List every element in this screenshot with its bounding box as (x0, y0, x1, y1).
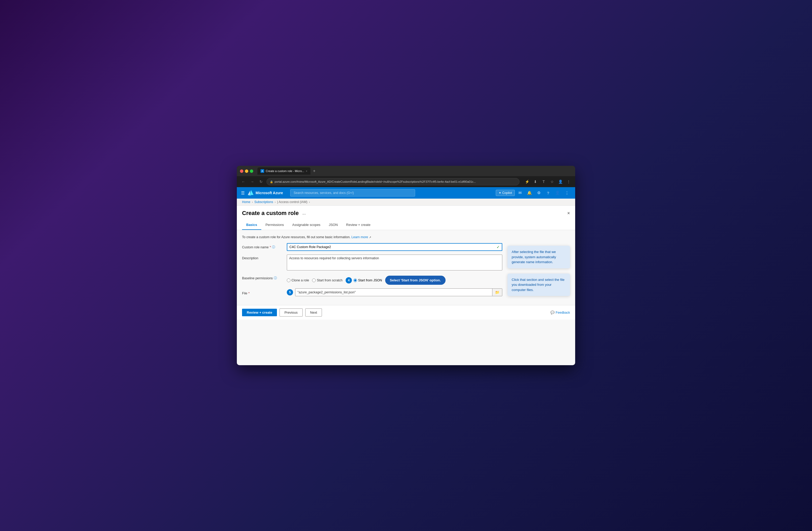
refresh-button[interactable]: ↻ (258, 178, 264, 185)
azure-topnav: ☰ Microsoft Azure ✦ Copilot ✉ 🔔 ⚙ ? 👤 ⋮ (237, 187, 575, 199)
maximize-traffic-light[interactable] (250, 170, 253, 173)
browser-titlebar: A Create a custom role - Micro... × + (237, 166, 575, 176)
external-link-icon: ↗ (369, 236, 371, 239)
browser-more-button[interactable]: ⋮ (565, 178, 572, 185)
page-title: Create a custom role (242, 210, 299, 217)
help-icon-button[interactable]: ? (544, 189, 552, 197)
panel-more-button[interactable]: ... (301, 210, 307, 216)
input-check-icon: ✓ (496, 245, 500, 249)
translate-button[interactable]: T (540, 178, 547, 185)
back-button[interactable]: ← (240, 178, 247, 185)
extensions-button[interactable]: ⚡ (524, 178, 531, 185)
description-input[interactable]: Access to resources required for collect… (287, 255, 502, 269)
close-traffic-light[interactable] (240, 170, 243, 173)
file-input-group: 5 "azure_package2_permissions_list.json"… (287, 288, 502, 296)
nav-actions: ⚡ ⬇ T ☆ 👤 ⋮ (524, 178, 572, 185)
tabs-row: Basics Permissions Assignable scopes JSO… (242, 221, 570, 230)
favorites-button[interactable]: ☆ (549, 178, 555, 185)
panel-title-row: Create a custom role ... × (242, 210, 570, 217)
select-json-callout: Select 'Start from JSON' option. (385, 276, 446, 285)
tab-json[interactable]: JSON (324, 221, 342, 230)
file-input-wrapper: "azure_package2_permissions_list.json" 📁 (295, 288, 502, 296)
radio-scratch-label[interactable]: Start from scratch (312, 278, 343, 282)
account-icon-button[interactable]: 👤 (553, 189, 562, 197)
bottom-callout: Click that section and select the file y… (508, 274, 570, 296)
azure-topnav-actions: ✦ Copilot ✉ 🔔 ⚙ ? 👤 ⋮ (496, 189, 571, 197)
email-icon-button[interactable]: ✉ (516, 189, 524, 197)
panel-close-button[interactable]: × (567, 211, 570, 216)
copilot-button[interactable]: ✦ Copilot (496, 190, 515, 196)
radio-scratch[interactable] (312, 278, 316, 282)
radio-json-label[interactable]: Start from JSON (353, 278, 382, 282)
annotations-area: After selecting the file that we provide… (502, 243, 570, 300)
custom-role-name-label: Custom role name * ⓘ (242, 243, 284, 249)
breadcrumb-sep-1: › (252, 201, 253, 203)
baseline-permissions-info-icon[interactable]: ⓘ (274, 276, 277, 280)
lock-icon: 🔒 (270, 181, 273, 183)
file-browse-button[interactable]: 📁 (492, 289, 502, 296)
breadcrumb-sep-3: › (309, 201, 310, 203)
description-row: Description Access to resources required… (242, 255, 502, 270)
review-create-button[interactable]: Review + create (242, 309, 277, 316)
content-with-annotations: Custom role name * ⓘ C4C Custom Role Pac… (242, 243, 570, 300)
url-text: portal.azure.com/#view/Microsoft_Azure_A… (275, 180, 476, 183)
more-icon-button[interactable]: ⋮ (563, 189, 571, 197)
baseline-permissions-label: Baseline permissions ⓘ (242, 274, 284, 280)
panel-content: To create a custom role for Azure resour… (237, 230, 575, 305)
custom-role-name-info-icon[interactable]: ⓘ (272, 245, 275, 249)
radio-clone[interactable] (287, 278, 290, 282)
azure-logo-icon (248, 190, 253, 196)
tab-label: Create a custom role - Micro... (266, 170, 304, 173)
file-input-text: "azure_package2_permissions_list.json" (295, 289, 492, 296)
breadcrumb-subscriptions[interactable]: Subscriptions (254, 200, 273, 204)
description-input-wrapper: Access to resources required for collect… (287, 255, 502, 270)
panel-footer: Review + create Previous Next 💬 Feedback (237, 305, 575, 320)
new-tab-button[interactable]: + (311, 169, 317, 173)
settings-icon-button[interactable]: ⚙ (535, 189, 543, 197)
tab-close-icon[interactable]: × (306, 170, 307, 173)
custom-role-name-input[interactable]: C4C Custom Role Package2 (289, 245, 496, 249)
breadcrumb-subscription-name: | Access control (IAM) (277, 200, 307, 204)
hamburger-menu-icon[interactable]: ☰ (241, 190, 245, 196)
custom-role-name-row: Custom role name * ⓘ C4C Custom Role Pac… (242, 243, 502, 251)
learn-more-link[interactable]: Learn more (351, 235, 368, 239)
description-label: Description (242, 255, 284, 260)
browser-tab-active[interactable]: A Create a custom role - Micro... × (257, 167, 310, 175)
tab-review-create[interactable]: Review + create (342, 221, 375, 230)
traffic-lights (240, 170, 253, 173)
file-required-star: * (248, 291, 250, 295)
radio-clone-label[interactable]: Clone a role (287, 278, 309, 282)
required-star: * (270, 245, 271, 249)
file-label: File * (242, 290, 284, 295)
downloads-button[interactable]: ⬇ (532, 178, 539, 185)
tab-assignable-scopes[interactable]: Assignable scopes (288, 221, 324, 230)
address-bar[interactable]: 🔒 portal.azure.com/#view/Microsoft_Azure… (266, 178, 520, 185)
minimize-traffic-light[interactable] (245, 170, 248, 173)
tab-basics[interactable]: Basics (242, 221, 261, 230)
forward-button[interactable]: → (249, 178, 256, 185)
step4-group: 4 Start from JSON Select 'Start from JSO… (346, 276, 446, 285)
top-callout: After selecting the file that we provide… (508, 246, 570, 268)
baseline-permissions-row: Baseline permissions ⓘ Clone a role Star… (242, 274, 502, 285)
info-text: To create a custom role for Azure resour… (242, 235, 570, 239)
custom-role-name-input-wrapper: C4C Custom Role Package2 ✓ (287, 243, 502, 251)
notifications-icon-button[interactable]: 🔔 (525, 189, 534, 197)
breadcrumb-home[interactable]: Home (242, 200, 250, 204)
browser-window: A Create a custom role - Micro... × + ← … (237, 166, 575, 365)
tab-permissions[interactable]: Permissions (261, 221, 288, 230)
azure-search-input[interactable] (290, 189, 415, 197)
next-button[interactable]: Next (305, 308, 322, 316)
radio-json[interactable] (353, 278, 357, 282)
breadcrumb-sep-2: › (275, 201, 275, 203)
file-folder-icon: 📁 (495, 290, 499, 295)
profile-button[interactable]: 👤 (557, 178, 564, 185)
browser-nav: ← → ↻ 🔒 portal.azure.com/#view/Microsoft… (237, 176, 575, 187)
breadcrumb: Home › Subscriptions › | Access control … (237, 199, 575, 206)
azure-logo: Microsoft Azure (248, 190, 283, 196)
azure-search (290, 189, 415, 197)
browser-tabs: A Create a custom role - Micro... × + (257, 167, 572, 175)
feedback-button[interactable]: 💬 Feedback (550, 311, 570, 314)
step-5-badge: 5 (287, 289, 293, 296)
step-4-badge: 4 (346, 277, 352, 284)
previous-button[interactable]: Previous (279, 308, 303, 316)
